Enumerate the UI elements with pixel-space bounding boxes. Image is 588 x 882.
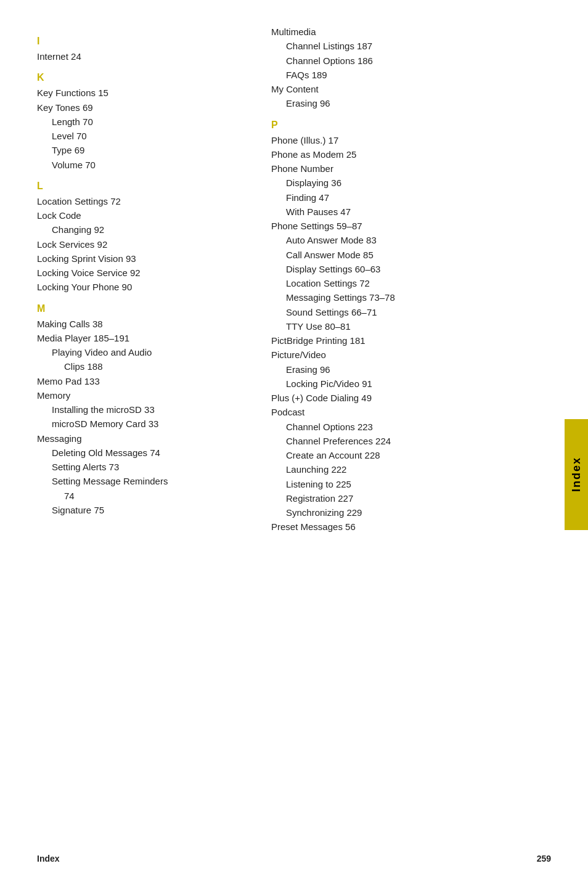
list-item: PictBridge Printing 181 bbox=[271, 333, 551, 348]
list-item: Length 70 bbox=[37, 115, 253, 129]
left-column: IInternet 24KKey Functions 15Key Tones 6… bbox=[37, 25, 271, 534]
list-item: Finding 47 bbox=[271, 190, 551, 205]
list-item: Media Player 185–191 bbox=[37, 331, 253, 345]
list-item: Type 69 bbox=[37, 143, 253, 157]
list-item: Locking Sprint Vision 93 bbox=[37, 251, 253, 266]
list-item: Podcast bbox=[271, 405, 551, 419]
list-item: Key Functions 15 bbox=[37, 86, 253, 100]
list-item: Making Calls 38 bbox=[37, 317, 253, 331]
list-item: Memo Pad 133 bbox=[37, 374, 253, 388]
section-letter: P bbox=[271, 120, 551, 131]
list-item: Synchronizing 229 bbox=[271, 505, 551, 520]
footer-left: Index bbox=[37, 854, 60, 864]
list-item: Setting Alerts 73 bbox=[37, 460, 253, 474]
list-item: Location Settings 72 bbox=[271, 276, 551, 290]
list-item: Display Settings 60–63 bbox=[271, 262, 551, 276]
list-item: Key Tones 69 bbox=[37, 100, 253, 115]
list-item: 74 bbox=[37, 489, 253, 503]
index-side-tab: Index bbox=[565, 419, 588, 530]
list-item: Playing Video and Audio bbox=[37, 345, 253, 359]
list-item: Messaging bbox=[37, 431, 253, 446]
list-item: Channel Options 223 bbox=[271, 420, 551, 434]
list-item: Setting Message Reminders bbox=[37, 474, 253, 488]
list-item: Registration 227 bbox=[271, 491, 551, 505]
list-item: Locking Pic/Video 91 bbox=[271, 377, 551, 391]
list-item: Listening to 225 bbox=[271, 477, 551, 491]
section-letter: K bbox=[37, 72, 253, 83]
section-letter: I bbox=[37, 36, 253, 47]
list-item: Memory bbox=[37, 388, 253, 402]
list-item: Internet 24 bbox=[37, 49, 253, 63]
list-item: microSD Memory Card 33 bbox=[37, 417, 253, 431]
list-item: Lock Services 92 bbox=[37, 237, 253, 251]
section-letter: L bbox=[37, 181, 253, 192]
list-item: Channel Preferences 224 bbox=[271, 434, 551, 448]
list-item: Phone as Modem 25 bbox=[271, 147, 551, 161]
footer-right: 259 bbox=[537, 854, 551, 864]
section-letter: M bbox=[37, 303, 253, 314]
right-column: MultimediaChannel Listings 187Channel Op… bbox=[271, 25, 551, 534]
list-item: Erasing 96 bbox=[271, 362, 551, 377]
list-item: Clips 188 bbox=[37, 359, 253, 374]
list-item: Location Settings 72 bbox=[37, 194, 253, 208]
list-item: Sound Settings 66–71 bbox=[271, 305, 551, 319]
list-item: Picture/Video bbox=[271, 348, 551, 362]
list-item: Signature 75 bbox=[37, 503, 253, 517]
list-item: Preset Messages 56 bbox=[271, 520, 551, 534]
list-item: Changing 92 bbox=[37, 223, 253, 237]
list-item: Auto Answer Mode 83 bbox=[271, 233, 551, 247]
list-item: Multimedia bbox=[271, 25, 551, 39]
list-item: Displaying 36 bbox=[271, 176, 551, 190]
list-item: Call Answer Mode 85 bbox=[271, 248, 551, 262]
list-item: TTY Use 80–81 bbox=[271, 319, 551, 333]
list-item: Channel Listings 187 bbox=[271, 39, 551, 53]
list-item: Phone (Illus.) 17 bbox=[271, 133, 551, 147]
list-item: Deleting Old Messages 74 bbox=[37, 446, 253, 460]
list-item: Launching 222 bbox=[271, 462, 551, 476]
list-item: Plus (+) Code Dialing 49 bbox=[271, 391, 551, 405]
list-item: Erasing 96 bbox=[271, 96, 551, 110]
list-item: Channel Options 186 bbox=[271, 54, 551, 68]
list-item: Locking Voice Service 92 bbox=[37, 266, 253, 280]
list-item: Lock Code bbox=[37, 208, 253, 223]
list-item: With Pauses 47 bbox=[271, 205, 551, 219]
list-item: Level 70 bbox=[37, 129, 253, 143]
list-item: My Content bbox=[271, 82, 551, 96]
list-item: Installing the microSD 33 bbox=[37, 402, 253, 417]
list-item: Phone Settings 59–87 bbox=[271, 219, 551, 233]
side-tab-label: Index bbox=[570, 457, 583, 492]
list-item: FAQs 189 bbox=[271, 68, 551, 82]
list-item: Messaging Settings 73–78 bbox=[271, 290, 551, 304]
list-item: Volume 70 bbox=[37, 158, 253, 172]
list-item: Locking Your Phone 90 bbox=[37, 280, 253, 294]
page-footer: Index 259 bbox=[0, 854, 588, 864]
list-item: Create an Account 228 bbox=[271, 448, 551, 462]
list-item: Phone Number bbox=[271, 161, 551, 176]
